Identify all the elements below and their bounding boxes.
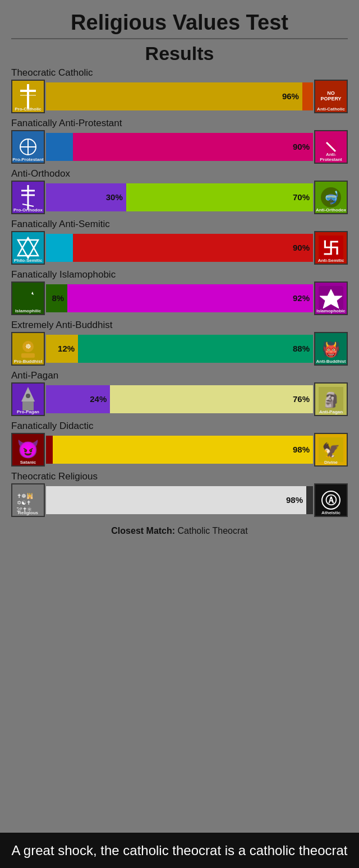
category-pagan: Anti-Pagan Pro-Pagan 24% 76% 🗿 Anti-Paga…: [11, 370, 348, 416]
right-icon-didactic: 🦅 Divine: [314, 433, 348, 467]
left-bar-semitic: [46, 234, 73, 262]
right-bar-catholic: [302, 82, 313, 110]
category-religious: Theocratic Religious ✝☸🕌✡☯✝🕊✝⚛ Religious…: [11, 471, 348, 517]
right-bar-buddhist: 88%: [78, 335, 313, 363]
right-icon-catholic: NOPOPERY Anti-Catholic: [314, 80, 348, 113]
right-icon-buddhist: 👹 Anti-Buddhist: [314, 332, 348, 366]
title-divider: [11, 38, 348, 39]
svg-marker-17: [31, 292, 34, 295]
left-bar-didactic: [46, 436, 53, 464]
category-didactic: Fanatically Didactic 😈 Satanic 98% 🦅 Div…: [11, 421, 348, 467]
category-catholic: Theocratic Catholic Pro-Catholic 96% NOP…: [11, 67, 348, 113]
left-bar-islamophobic: 8%: [46, 284, 67, 312]
left-bar-pagan: 24%: [46, 385, 110, 413]
footer: A great shock, the catholic theocrat is …: [0, 833, 359, 868]
bars-religious: 98%: [46, 483, 313, 517]
right-bar-orthodox: 70%: [126, 183, 313, 211]
category-label-religious: Theocratic Religious: [11, 471, 348, 482]
category-label-didactic: Fanatically Didactic: [11, 421, 348, 432]
left-icon-buddhist: ☸ Pro-Buddhist: [11, 332, 45, 366]
category-label-protestant: Fanatically Anti-Protestant: [11, 118, 348, 129]
left-icon-pagan: Pro-Pagan: [11, 382, 45, 416]
category-islamophobic: Fanatically Islamophobic Islamophilic 8%…: [11, 269, 348, 315]
category-protestant: Fanatically Anti-Protestant Pro-Protesta…: [11, 118, 348, 164]
bars-pagan: 24% 76%: [46, 382, 313, 416]
category-orthodox: Anti-Orthodox Pro-Orthodox 30% 70% 🤿 Ant…: [11, 168, 348, 214]
left-bar-religious: 98%: [46, 486, 306, 514]
bars-orthodox: 30% 70%: [46, 181, 313, 214]
main-content: Religious Values Test Results Theocratic…: [0, 0, 359, 833]
left-bar-protestant: [46, 133, 73, 161]
right-icon-religious: Ⓐ Atheistic: [314, 483, 348, 517]
right-bar-religious: [306, 486, 313, 514]
svg-text:☸: ☸: [25, 343, 31, 350]
svg-text:👹: 👹: [322, 340, 340, 358]
footer-text: A great shock, the catholic theocrat is …: [11, 842, 348, 859]
right-bar-didactic: 98%: [53, 436, 313, 464]
right-bar-pagan: 76%: [110, 385, 313, 413]
category-buddhist: Extremely Anti-Buddhist ☸ Pro-Buddhist 1…: [11, 320, 348, 366]
category-label-semitic: Fanatically Anti-Semitic: [11, 219, 348, 230]
left-bar-catholic: 96%: [46, 82, 302, 110]
main-title: Religious Values Test: [11, 11, 348, 35]
bars-buddhist: 12% 88%: [46, 332, 313, 366]
right-icon-islamophobic: Islamophobic: [314, 281, 348, 315]
closest-match: Closest Match: Catholic Theocrat: [11, 521, 348, 539]
right-bar-protestant: 90%: [73, 133, 313, 161]
right-icon-semitic: 卐 Anti-Semitic: [314, 231, 348, 265]
svg-text:✡☯✝: ✡☯✝: [17, 500, 31, 506]
category-semitic: Fanatically Anti-Semitic Philo-Semitic 9…: [11, 219, 348, 265]
left-icon-catholic: Pro-Catholic: [11, 80, 45, 113]
right-icon-pagan: 🗿 Anti-Pagan: [314, 382, 348, 416]
left-icon-semitic: Philo-Semitic: [11, 231, 45, 265]
svg-text:卐: 卐: [323, 239, 339, 257]
subtitle: Results: [11, 43, 348, 64]
category-label-pagan: Anti-Pagan: [11, 370, 348, 381]
category-label-orthodox: Anti-Orthodox: [11, 168, 348, 179]
category-label-catholic: Theocratic Catholic: [11, 67, 348, 79]
right-bar-islamophobic: 92%: [67, 284, 313, 312]
svg-rect-21: [21, 353, 35, 358]
bars-islamophobic: 8% 92%: [46, 281, 313, 315]
bars-didactic: 98%: [46, 433, 313, 467]
bars-catholic: 96%: [46, 80, 313, 113]
closest-match-label: Closest Match:: [111, 526, 175, 535]
left-icon-orthodox: Pro-Orthodox: [11, 181, 45, 214]
svg-text:🤿: 🤿: [324, 190, 339, 205]
left-bar-orthodox: 30%: [46, 183, 126, 211]
bars-semitic: 90%: [46, 231, 313, 265]
right-icon-orthodox: 🤿 Anti-Orthodox: [314, 181, 348, 214]
title-section: Religious Values Test Results: [11, 6, 348, 67]
categories-container: Theocratic Catholic Pro-Catholic 96% NOP…: [11, 67, 348, 517]
svg-text:Ⓐ: Ⓐ: [325, 494, 337, 506]
svg-text:😈: 😈: [17, 438, 39, 460]
right-icon-protestant: Anti-Protestant: [314, 130, 348, 164]
category-label-buddhist: Extremely Anti-Buddhist: [11, 320, 348, 331]
right-bar-semitic: 90%: [73, 234, 313, 262]
left-icon-didactic: 😈 Satanic: [11, 433, 45, 467]
left-icon-islamophobic: Islamophilic: [11, 281, 45, 315]
svg-text:🗿: 🗿: [322, 391, 340, 409]
closest-match-value: Catholic Theocrat: [178, 526, 248, 535]
svg-text:🦅: 🦅: [322, 441, 340, 459]
category-label-islamophobic: Fanatically Islamophobic: [11, 269, 348, 280]
svg-point-27: [26, 394, 30, 398]
svg-text:✝☸🕌: ✝☸🕌: [17, 492, 34, 500]
left-icon-religious: ✝☸🕌✡☯✝🕊✝⚛ Religious: [11, 483, 45, 517]
bars-protestant: 90%: [46, 130, 313, 164]
left-icon-protestant: Pro-Protestant: [11, 130, 45, 164]
left-bar-buddhist: 12%: [46, 335, 78, 363]
